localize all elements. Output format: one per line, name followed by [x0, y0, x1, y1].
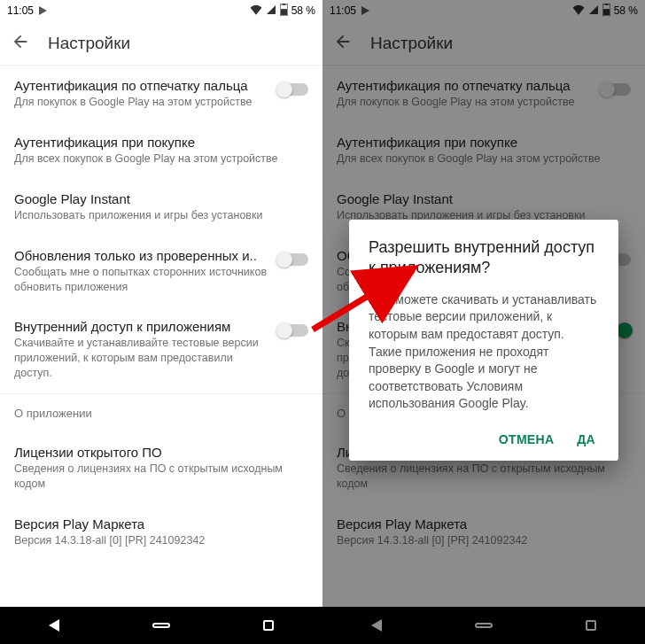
- nav-home-icon[interactable]: [152, 617, 170, 634]
- fingerprint-toggle[interactable]: [278, 83, 308, 96]
- setting-title: Обновления только из проверенных и..: [14, 248, 268, 263]
- app-bar: Настройки: [0, 21, 322, 66]
- setting-subtitle: Сведения о лицензиях на ПО с открытым ис…: [14, 462, 298, 492]
- dialog-title: Разрешить внутренний доступ к приложения…: [369, 237, 599, 279]
- setting-subtitle: Скачивайте и устанавливайте тестовые вер…: [14, 336, 268, 381]
- setting-play-instant[interactable]: Google Play Instant Использовать приложе…: [0, 179, 322, 236]
- internal-toggle[interactable]: [278, 324, 308, 337]
- svg-rect-2: [281, 9, 287, 15]
- battery-icon: [280, 4, 288, 19]
- setting-play-version[interactable]: Версия Play Маркета Версия 14.3.18-all […: [0, 504, 322, 561]
- setting-purchase-auth[interactable]: Аутентификация при покупке Для всех поку…: [0, 122, 322, 179]
- setting-open-source-licenses[interactable]: Лицензии открытого ПО Сведения о лицензи…: [0, 432, 322, 504]
- page-title: Настройки: [48, 34, 130, 53]
- setting-subtitle: Версия 14.3.18-all [0] [PR] 241092342: [14, 533, 298, 548]
- setting-verified-sources[interactable]: Обновления только из проверенных и.. Соо…: [0, 236, 322, 307]
- svg-rect-1: [282, 4, 285, 5]
- wifi-icon: [250, 4, 262, 18]
- about-section-header: О приложении: [0, 394, 322, 432]
- phone-right: 11:05 58 % Настройки Аутентификация по о…: [322, 0, 645, 644]
- setting-title: Google Play Instant: [14, 191, 298, 206]
- confirm-dialog: Разрешить внутренний доступ к приложения…: [349, 220, 618, 461]
- setting-title: Внутренний доступ к приложениям: [14, 319, 268, 334]
- play-store-icon: [39, 6, 47, 15]
- setting-subtitle: Для всех покупок в Google Play на этом у…: [14, 151, 298, 167]
- dialog-actions: ОТМЕНА ДА: [369, 427, 599, 452]
- nav-recent-icon[interactable]: [260, 617, 277, 634]
- back-arrow-icon[interactable]: [11, 32, 30, 55]
- battery-percent: 58 %: [291, 4, 315, 17]
- dialog-body: Вы сможете скачивать и устанавливать тес…: [369, 291, 599, 413]
- setting-fingerprint-auth[interactable]: Аутентификация по отпечатку пальца Для п…: [0, 66, 322, 122]
- nav-back-icon[interactable]: [45, 617, 63, 634]
- setting-subtitle: Использовать приложения и игры без устан…: [14, 208, 298, 223]
- setting-title: Лицензии открытого ПО: [14, 445, 298, 460]
- navigation-bar: [0, 607, 322, 644]
- dialog-ok-button[interactable]: ДА: [577, 432, 595, 446]
- setting-title: Аутентификация по отпечатку пальца: [14, 78, 268, 93]
- signal-icon: [266, 4, 276, 18]
- verified-toggle[interactable]: [278, 253, 308, 266]
- status-time: 11:05: [7, 4, 34, 17]
- setting-subtitle: Сообщать мне о попытках сторонних источн…: [14, 265, 268, 295]
- status-bar: 11:05 58 %: [0, 0, 322, 21]
- setting-title: Версия Play Маркета: [14, 516, 298, 531]
- setting-subtitle: Для покупок в Google Play на этом устрой…: [14, 95, 268, 110]
- phone-left: 11:05 58 % Настройки Аутентификация по о…: [0, 0, 322, 644]
- settings-list: Аутентификация по отпечатку пальца Для п…: [0, 66, 322, 607]
- setting-title: Аутентификация при покупке: [14, 135, 298, 150]
- dialog-cancel-button[interactable]: ОТМЕНА: [499, 432, 554, 446]
- setting-internal-access[interactable]: Внутренний доступ к приложениям Скачивай…: [0, 306, 322, 393]
